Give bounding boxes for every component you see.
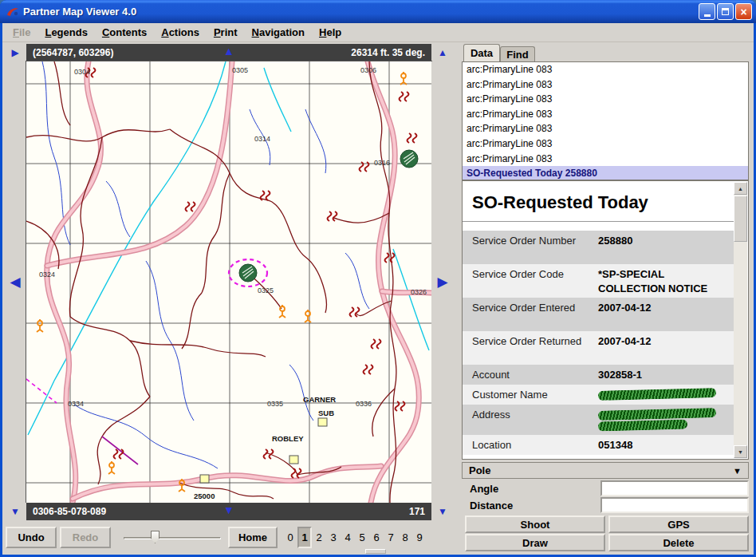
page-button-6[interactable]: 6 (369, 527, 384, 548)
menu-print[interactable]: Print (207, 25, 245, 40)
list-item[interactable]: arc:PrimaryLine 083 (463, 152, 748, 167)
angle-input[interactable] (600, 480, 749, 496)
app-body: FileLegendsContentsActionsPrintNavigatio… (2, 23, 754, 555)
page-button-5[interactable]: 5 (355, 527, 369, 548)
triangle-up-icon: ▲ (438, 48, 447, 57)
zoom-slider[interactable] (120, 527, 224, 548)
slider-track (124, 537, 221, 539)
map-label: 0335 (267, 400, 283, 408)
draw-button[interactable]: Draw (465, 534, 605, 551)
scrollbar-thumb[interactable] (734, 196, 747, 242)
menu-legends[interactable]: Legends (37, 25, 94, 40)
map-sheet-number: 171 (409, 506, 425, 517)
tab-find[interactable]: Find (500, 46, 535, 61)
app-window: Partner Map Viewer 4.0 × FileLegendsCont… (0, 0, 756, 557)
triangle-left-icon: ◀ (10, 275, 20, 289)
menu-help[interactable]: Help (312, 25, 348, 40)
redaction-scribble (598, 408, 716, 421)
roads (47, 61, 431, 503)
pan-corner-button[interactable]: ▼ (431, 503, 454, 520)
triangle-down-icon: ▼ (438, 507, 447, 516)
list-item[interactable]: arc:PrimaryLine 083 (463, 92, 748, 107)
detail-title: SO-Requested Today (463, 181, 734, 222)
home-button[interactable]: Home (228, 527, 278, 548)
shoot-button[interactable]: Shoot (465, 516, 605, 533)
page-button-3[interactable]: 3 (326, 527, 341, 548)
distance-input[interactable] (600, 497, 749, 513)
map-grid (26, 61, 431, 503)
minimize-icon[interactable] (699, 3, 715, 20)
maximize-icon[interactable] (717, 3, 734, 20)
page-button-8[interactable]: 8 (398, 527, 412, 548)
scroll-up-icon[interactable]: ▲ (734, 182, 747, 195)
map-label: 25000 (194, 492, 215, 500)
field-label: Location (463, 435, 597, 455)
map-top-status-bar: (2564787, 603296) 26314 ft. 35 deg. ▲ (26, 44, 431, 61)
pan-up-icon[interactable]: ▲ (223, 45, 234, 57)
triangle-right-icon: ▶ (11, 48, 18, 57)
menu-navigation[interactable]: Navigation (245, 25, 312, 40)
field-row: Account302858-1 (463, 365, 734, 385)
field-label: Address (463, 405, 597, 435)
delete-button[interactable]: Delete (608, 534, 749, 551)
slider-thumb[interactable] (151, 531, 159, 543)
field-label: Service Order Returned (463, 331, 597, 365)
angle-row: Angle (462, 480, 749, 496)
menu-file: File (6, 25, 37, 40)
page-button-1[interactable]: 1 (297, 527, 312, 548)
detail-scrollbar[interactable]: ▲ ▼ (734, 182, 747, 458)
page-button-2[interactable]: 2 (312, 527, 326, 548)
pan-corner-button[interactable]: ▲ (431, 44, 454, 61)
map-label: SUB (318, 409, 334, 417)
resize-grip[interactable] (365, 549, 386, 554)
field-row: Service Order Entered2007-04-12 (463, 298, 734, 331)
undo-button[interactable]: Undo (6, 527, 57, 548)
triangle-right-icon: ▶ (437, 275, 447, 289)
detail-fields: Service Order Number258880Service Order … (463, 231, 734, 455)
chevron-down-icon: ▼ (733, 466, 742, 476)
field-value (597, 385, 734, 405)
list-item[interactable]: arc:PrimaryLine 083 (463, 77, 748, 93)
page-button-9[interactable]: 9 (412, 527, 427, 548)
list-item[interactable]: arc:PrimaryLine 083 (463, 121, 748, 136)
field-row: Service Order Number258880 (463, 231, 734, 264)
title-bar[interactable]: Partner Map Viewer 4.0 × (0, 0, 756, 23)
list-item[interactable]: arc:PrimaryLine 083 (463, 62, 748, 77)
map-canvas[interactable]: 0304030503060314031603240325032603340335… (26, 61, 431, 503)
window-title: Partner Map Viewer 4.0 (23, 6, 699, 18)
menu-contents[interactable]: Contents (95, 25, 154, 40)
redaction-scribble (598, 420, 687, 432)
page-button-0[interactable]: 0 (283, 527, 297, 548)
map-label: ROBLEY (272, 434, 304, 443)
list-item[interactable]: arc:PrimaryLine 083 (463, 136, 748, 152)
field-label: Service Order Entered (463, 298, 597, 331)
detail-panel: SO-Requested Today Service Order Number2… (462, 180, 749, 460)
list-item[interactable]: arc:PrimaryLine 083 (463, 107, 748, 122)
pole-section-header[interactable]: Pole ▼ (462, 462, 749, 479)
map-label: 0305 (232, 66, 248, 74)
map-label: GARNER (303, 395, 336, 404)
field-value: 258880 (597, 231, 734, 264)
pan-corner-button[interactable]: ▶ (4, 44, 26, 61)
map-label: 0325 (258, 286, 274, 294)
scroll-down-icon[interactable]: ▼ (734, 445, 747, 458)
distance-row: Distance (462, 497, 749, 513)
map-svg: 0304030503060314031603240325032603340335… (26, 61, 431, 503)
field-value: 302858-1 (597, 365, 734, 385)
pan-left-button[interactable]: ◀ (4, 61, 26, 503)
field-label: Service Order Number (463, 231, 597, 264)
menu-bar: FileLegendsContentsActionsPrintNavigatio… (2, 23, 754, 42)
tab-data[interactable]: Data (463, 44, 500, 61)
menu-actions[interactable]: Actions (154, 25, 207, 40)
highlight-marks (26, 259, 267, 464)
gps-button[interactable]: GPS (608, 516, 749, 533)
close-icon[interactable]: × (735, 3, 752, 20)
page-button-7[interactable]: 7 (384, 527, 398, 548)
pan-down-icon[interactable]: ▼ (223, 504, 234, 516)
triangle-down-icon: ▼ (10, 507, 20, 516)
pan-right-button[interactable]: ▶ (431, 61, 454, 503)
pan-corner-button[interactable]: ▼ (4, 503, 26, 520)
page-button-4[interactable]: 4 (341, 527, 355, 548)
field-value: 051348 (597, 435, 734, 455)
list-item-selected[interactable]: SO-Requested Today 258880 (463, 166, 748, 180)
